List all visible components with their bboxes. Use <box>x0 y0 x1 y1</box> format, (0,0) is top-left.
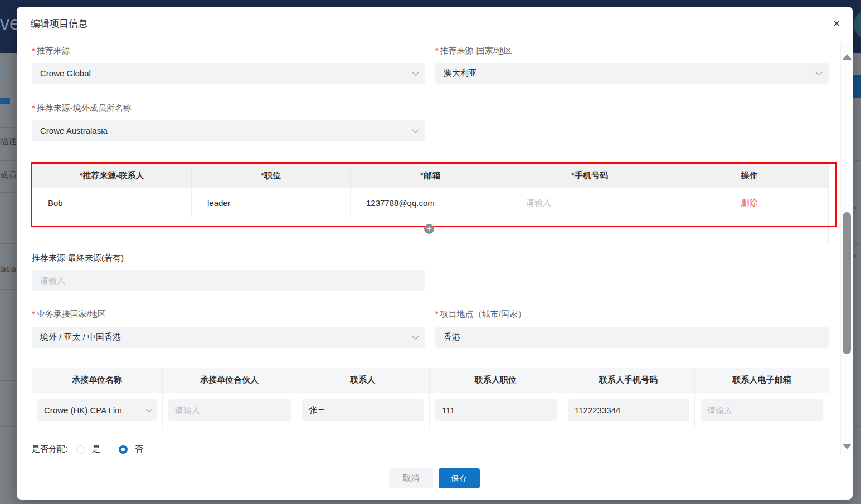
contact-position-input[interactable] <box>435 399 557 421</box>
backdrop-divider <box>853 426 861 427</box>
radio-no[interactable] <box>119 445 128 454</box>
project-location-input[interactable] <box>435 327 829 348</box>
referral-firm-label: *推荐来源-境外成员所名称 <box>32 103 132 114</box>
unit-name-select[interactable]: Crowe (HK) CPA Lim <box>37 399 157 421</box>
backdrop-divider <box>0 380 17 381</box>
col-header-email: *邮箱 <box>351 164 510 188</box>
backdrop-text-member: 成员 <box>0 170 17 180</box>
scroll-up-arrow[interactable] <box>843 54 852 60</box>
contact-input[interactable] <box>302 399 424 421</box>
contact-email-cell[interactable]: 1237788@qq.com <box>351 188 510 218</box>
close-icon[interactable]: ✕ <box>829 16 844 31</box>
referral-source-label: *推荐来源 <box>32 46 70 56</box>
backdrop-divider <box>0 289 17 290</box>
required-asterisk: * <box>435 46 439 55</box>
contact-action-cell: 删除 <box>669 188 829 218</box>
backdrop-divider <box>0 192 17 193</box>
edit-project-dialog: 编辑项目信息 ✕ *推荐来源 Crowe Global *推荐来源-国家/地区 … <box>17 7 853 500</box>
business-country-label: *业务承接国家/地区 <box>32 309 106 320</box>
contact-phone-input[interactable] <box>568 399 689 421</box>
backdrop-divider <box>853 160 861 161</box>
referral-country-select[interactable]: 澳大利亚 <box>435 63 829 84</box>
final-source-label: 推荐来源-最终来源(若有) <box>32 253 124 263</box>
col-header-position: *职位 <box>192 164 351 188</box>
backdrop-dot <box>854 255 856 257</box>
backdrop-text-describe: 描述 <box>0 136 17 147</box>
backdrop-divider <box>0 243 17 244</box>
crowe-logo-fragment: ve <box>0 12 17 35</box>
screen: ve 目 描述 成员 lasia 编辑项目信息 ✕ *推荐来源 Crowe Gl… <box>0 0 861 504</box>
col-header-phone: *手机号码 <box>510 164 669 188</box>
radio-no-label[interactable]: 否 <box>135 444 143 454</box>
referral-firm-select[interactable]: Crowe Australasia <box>32 120 425 141</box>
unit-partner-input[interactable] <box>168 399 291 421</box>
required-asterisk: * <box>32 103 35 112</box>
col-header-contact: 联系人 <box>296 368 430 393</box>
footer-divider <box>17 456 853 456</box>
contact-name-cell[interactable]: Bob <box>32 188 192 218</box>
delete-row-link[interactable]: 删除 <box>741 198 758 208</box>
backdrop-divider <box>0 160 17 161</box>
scrollbar-thumb[interactable] <box>843 212 851 354</box>
radio-yes[interactable] <box>76 445 85 454</box>
radio-yes-label[interactable]: 是 <box>92 444 100 454</box>
chevron-down-icon <box>145 405 153 413</box>
chevron-down-icon <box>412 68 419 76</box>
contact-position-cell <box>430 393 562 428</box>
backdrop-divider <box>853 243 861 244</box>
required-asterisk: * <box>435 309 439 319</box>
allocation-label: 是否分配: <box>32 444 67 454</box>
business-country-select[interactable]: 境外 / 亚太 / 中国香港 <box>32 327 425 348</box>
backdrop-divider <box>0 127 17 128</box>
backdrop-text-lasia: lasia <box>0 265 17 273</box>
backdrop-divider <box>853 335 861 335</box>
final-source-input[interactable] <box>32 270 425 291</box>
chevron-down-icon <box>412 332 419 340</box>
backdrop-button-fragment <box>853 75 861 98</box>
dialog-title: 编辑项目信息 <box>31 17 87 30</box>
contact-email-input[interactable] <box>701 399 823 421</box>
backdrop-divider <box>0 426 17 427</box>
cancel-button[interactable]: 取消 <box>389 468 433 488</box>
contacts-table-row: Bob leader 1237788@qq.com 请输入 删除 <box>32 188 828 218</box>
required-asterisk: * <box>32 46 35 55</box>
save-button[interactable]: 保存 <box>439 468 480 488</box>
referral-source-select[interactable]: Crowe Global <box>32 63 425 84</box>
contact-phone-cell <box>562 393 695 428</box>
col-header-action: 操作 <box>669 164 829 188</box>
col-header-contact-position: 联系人职位 <box>430 368 562 393</box>
contact-email-cell <box>695 393 829 428</box>
backdrop-dot <box>854 207 856 209</box>
chevron-down-icon <box>815 68 823 76</box>
undertaking-unit-table: 承接单位名称 承接单位合伙人 联系人 联系人职位 联系人手机号码 联系人电子邮箱… <box>32 368 829 428</box>
add-row-icon[interactable]: + <box>424 224 434 234</box>
backdrop-divider <box>0 335 17 335</box>
unit-partner-cell <box>163 393 296 428</box>
contacts-table-header: *推荐来源-联系人 *职位 *邮箱 *手机号码 操作 <box>32 164 828 188</box>
contact-phone-cell[interactable]: 请输入 <box>510 188 669 218</box>
referral-country-label: *推荐来源-国家/地区 <box>435 46 512 56</box>
header-divider <box>17 38 853 38</box>
project-location-label: *项目地点（城市/国家） <box>435 309 526 320</box>
sidebar-icon-fragment: 目 <box>0 62 7 76</box>
active-tab-indicator-fragment <box>0 98 10 104</box>
contact-position-cell[interactable]: leader <box>192 188 351 218</box>
required-asterisk: * <box>32 309 35 319</box>
scroll-down-arrow[interactable] <box>843 444 852 449</box>
scrollbar-track[interactable] <box>840 42 852 456</box>
col-header-contact-phone: 联系人手机号码 <box>562 368 695 393</box>
col-header-unit-partner: 承接单位合伙人 <box>163 368 296 393</box>
contact-cell <box>296 393 430 428</box>
col-header-contact-email: 联系人电子邮箱 <box>695 368 829 393</box>
chevron-down-icon <box>412 126 419 133</box>
unit-name-cell: Crowe (HK) CPA Lim <box>32 393 163 428</box>
col-header-contact: *推荐来源-联系人 <box>32 164 192 188</box>
col-header-unit-name: 承接单位名称 <box>32 368 163 393</box>
